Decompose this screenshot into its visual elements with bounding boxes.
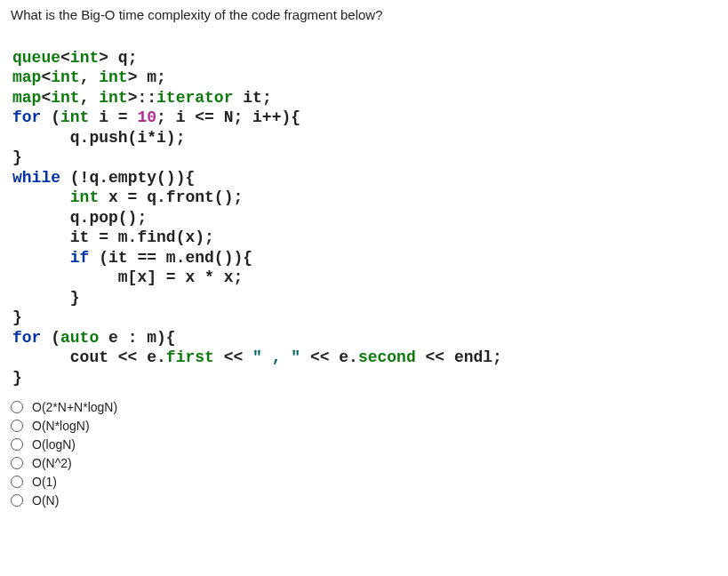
option-label: O(1) bbox=[32, 475, 57, 489]
option-label: O(N) bbox=[32, 493, 59, 508]
option-label: O(N^2) bbox=[32, 456, 72, 470]
code-fragment: queue<int> q; map<int, int> m; map<int, … bbox=[12, 28, 717, 388]
option-0[interactable]: O(2*N+N*logN) bbox=[11, 400, 717, 414]
option-1[interactable]: O(N*logN) bbox=[11, 419, 717, 433]
option-label: O(N*logN) bbox=[32, 419, 90, 433]
radio-icon bbox=[11, 457, 23, 469]
option-5[interactable]: O(N) bbox=[11, 493, 717, 508]
option-label: O(logN) bbox=[32, 437, 76, 452]
radio-icon bbox=[11, 438, 23, 451]
option-label: O(2*N+N*logN) bbox=[32, 400, 117, 414]
option-3[interactable]: O(N^2) bbox=[11, 456, 717, 470]
radio-icon bbox=[11, 420, 23, 432]
answer-options: O(2*N+N*logN) O(N*logN) O(logN) O(N^2) O… bbox=[11, 400, 717, 508]
question-text: What is the Big-O time complexity of the… bbox=[11, 7, 717, 22]
option-4[interactable]: O(1) bbox=[11, 475, 717, 489]
option-2[interactable]: O(logN) bbox=[11, 437, 717, 452]
radio-icon bbox=[11, 494, 23, 507]
radio-icon bbox=[11, 401, 23, 413]
radio-icon bbox=[11, 476, 23, 488]
